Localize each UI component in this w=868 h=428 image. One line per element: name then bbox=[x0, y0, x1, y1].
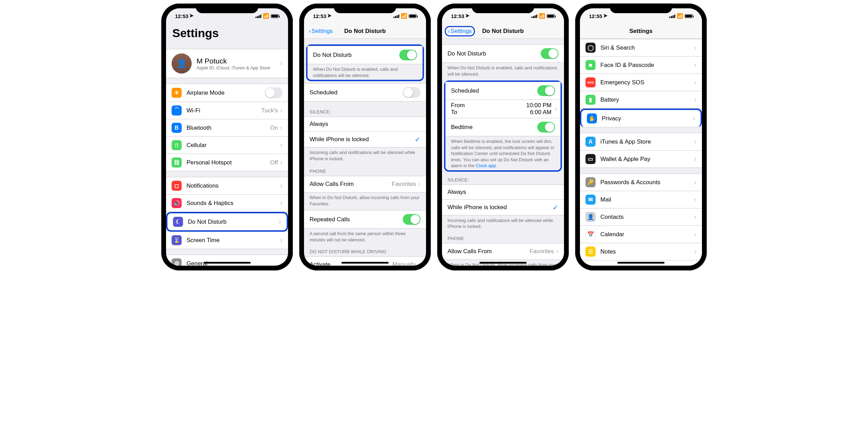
row-icon: ⚙ bbox=[172, 258, 182, 266]
chevron-icon: › bbox=[694, 43, 696, 52]
chevron-left-icon: ‹ bbox=[448, 28, 450, 35]
location-icon: ➤ bbox=[327, 12, 332, 19]
settings-row[interactable]: A iTunes & App Store› bbox=[580, 133, 702, 151]
notch bbox=[610, 3, 672, 13]
settings-row[interactable]: ⚙ General› bbox=[166, 255, 288, 266]
row-label: Privacy bbox=[602, 115, 693, 122]
screen: 12:55➤ 📶 Settings ◯ Siri & Search› ☻ Fac… bbox=[580, 8, 702, 266]
back-button[interactable]: ‹Settings bbox=[445, 26, 475, 36]
row-icon: ✉ bbox=[585, 195, 596, 205]
always-row[interactable]: Always bbox=[304, 117, 426, 132]
row-label: Wi-Fi bbox=[186, 107, 261, 114]
chevron-icon: › bbox=[694, 137, 696, 146]
chevron-icon: › bbox=[418, 180, 420, 189]
settings-row[interactable]: 🔑 Passwords & Accounts› bbox=[580, 173, 702, 191]
schedule-times-row[interactable]: From10:00 PM To6:00 AM › bbox=[445, 100, 561, 118]
row-icon: ☻ bbox=[585, 60, 596, 70]
row-value: Tuck's bbox=[261, 107, 278, 114]
settings-row[interactable]: ☾ Do Not Disturb› bbox=[166, 212, 288, 232]
phone-header: PHONE bbox=[304, 166, 426, 176]
settings-row[interactable]: ⛓ Personal HotspotOff› bbox=[166, 154, 288, 171]
scheduled-row[interactable]: Scheduled bbox=[445, 82, 561, 100]
wifi-icon: 📶 bbox=[539, 13, 545, 19]
profile-row[interactable]: 👤 M Potuck Apple ID, iCloud, iTunes & Ap… bbox=[166, 49, 288, 78]
dnd-toggle[interactable] bbox=[541, 48, 558, 59]
chevron-icon: › bbox=[280, 123, 283, 132]
chevron-icon: › bbox=[280, 259, 283, 266]
bedtime-toggle[interactable] bbox=[537, 122, 555, 132]
settings-row[interactable]: SOS Emergency SOS› bbox=[580, 74, 702, 91]
phone-header: PHONE bbox=[442, 234, 564, 243]
settings-row[interactable]: ▭ Wallet & Apple Pay› bbox=[580, 151, 702, 168]
chevron-icon: › bbox=[694, 78, 696, 87]
settings-row[interactable]: ⌒ Wi-FiTuck's› bbox=[166, 102, 288, 119]
phone-3: 12:53➤ 📶 ‹Settings Do Not Disturb Do Not… bbox=[437, 3, 569, 271]
dnd-toggle-row[interactable]: Do Not Disturb bbox=[442, 44, 564, 63]
settings-row[interactable]: 👤 Contacts› bbox=[580, 208, 702, 226]
row-icon: ⌒ bbox=[172, 105, 182, 115]
row-label: Do Not Disturb bbox=[188, 219, 279, 225]
scheduled-toggle[interactable] bbox=[537, 85, 555, 96]
bedtime-row[interactable]: Bedtime bbox=[445, 118, 561, 136]
settings-row[interactable]: ☻ Face ID & Passcode› bbox=[580, 57, 702, 74]
status-time: 12:53 bbox=[313, 13, 326, 19]
locked-row[interactable]: While iPhone is locked✓ bbox=[442, 200, 564, 215]
chevron-icon: › bbox=[694, 195, 696, 204]
row-icon: ⛓ bbox=[172, 157, 182, 168]
chevron-icon: › bbox=[694, 155, 696, 164]
settings-row[interactable]: ✋ Privacy› bbox=[580, 109, 702, 127]
activate-row[interactable]: ActivateManually› bbox=[304, 256, 426, 266]
chevron-icon: › bbox=[279, 217, 281, 226]
profile-name: M Potuck bbox=[197, 57, 280, 65]
chevron-icon: › bbox=[694, 265, 696, 266]
page-title: Settings bbox=[166, 24, 288, 43]
row-value: On bbox=[270, 125, 278, 131]
settings-row[interactable]: B BluetoothOn› bbox=[166, 119, 288, 137]
chevron-icon: › bbox=[694, 95, 696, 104]
settings-row[interactable]: ⎍ Cellular› bbox=[166, 137, 288, 154]
settings-row[interactable]: ◻ Notifications› bbox=[166, 177, 288, 195]
row-label: iTunes & App Store bbox=[600, 138, 694, 145]
settings-row[interactable]: 📅 Calendar› bbox=[580, 226, 702, 243]
phone-4: 12:55➤ 📶 Settings ◯ Siri & Search› ☻ Fac… bbox=[575, 3, 707, 271]
row-label: Passwords & Accounts bbox=[600, 179, 694, 186]
row-label: Face ID & Passcode bbox=[600, 62, 694, 69]
signal-icon bbox=[669, 14, 675, 18]
wifi-icon: 📶 bbox=[677, 13, 683, 19]
settings-row[interactable]: ✉ Mail› bbox=[580, 191, 702, 208]
home-indicator[interactable] bbox=[617, 262, 665, 264]
row-label: Sounds & Haptics bbox=[186, 200, 280, 207]
nav-title: Do Not Disturb bbox=[344, 28, 386, 35]
dnd-footer: When Do Not Disturb is enabled, calls an… bbox=[307, 64, 423, 80]
allow-calls-row[interactable]: Allow Calls FromFavorites› bbox=[304, 176, 426, 192]
clock-app-link[interactable]: Clock app bbox=[476, 163, 496, 168]
row-icon: ⌛ bbox=[172, 235, 182, 245]
toggle[interactable] bbox=[265, 87, 283, 98]
row-label: Reminders bbox=[600, 266, 694, 266]
home-indicator[interactable] bbox=[203, 262, 251, 264]
settings-row[interactable]: ▮ Battery› bbox=[580, 91, 702, 109]
repeated-toggle[interactable] bbox=[403, 214, 420, 225]
settings-row[interactable]: ☰ Notes› bbox=[580, 243, 702, 260]
always-row[interactable]: Always bbox=[442, 185, 564, 200]
signal-icon bbox=[531, 14, 537, 18]
scheduled-row[interactable]: Scheduled bbox=[304, 83, 426, 102]
nav-bar: ‹Settings Do Not Disturb bbox=[442, 24, 564, 39]
settings-row[interactable]: ⌛ Screen Time› bbox=[166, 232, 288, 249]
settings-row[interactable]: ✈ Airplane Mode bbox=[166, 84, 288, 102]
phone-2: 12:53➤ 📶 ‹Settings Do Not Disturb Do Not… bbox=[299, 3, 431, 271]
chevron-icon: › bbox=[280, 181, 283, 190]
dnd-toggle[interactable] bbox=[399, 50, 417, 60]
scheduled-toggle[interactable] bbox=[403, 87, 420, 98]
repeated-calls-row[interactable]: Repeated Calls bbox=[304, 210, 426, 229]
status-time: 12:53 bbox=[175, 13, 188, 19]
allow-calls-row[interactable]: Allow Calls FromFavorites› bbox=[442, 243, 564, 260]
dnd-toggle-row[interactable]: Do Not Disturb bbox=[307, 46, 423, 64]
settings-row[interactable]: ◯ Siri & Search› bbox=[580, 39, 702, 57]
locked-row[interactable]: While iPhone is locked✓ bbox=[304, 132, 426, 147]
home-indicator[interactable] bbox=[341, 262, 389, 264]
back-button[interactable]: ‹Settings bbox=[307, 27, 335, 35]
battery-icon bbox=[271, 14, 279, 18]
settings-row[interactable]: 🔊 Sounds & Haptics› bbox=[166, 195, 288, 212]
home-indicator[interactable] bbox=[479, 262, 527, 264]
